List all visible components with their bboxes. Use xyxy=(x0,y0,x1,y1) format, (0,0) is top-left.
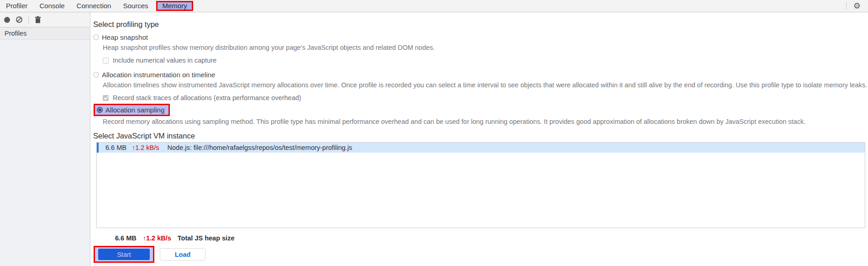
checkbox-icon-checked[interactable] xyxy=(103,95,109,101)
checkbox-label: Record stack traces of allocations (extr… xyxy=(113,95,301,101)
vm-allocation-rate: ↑1.2 kB/s xyxy=(132,144,159,151)
radio-label: Allocation sampling xyxy=(105,106,164,114)
tab-bar: Profiler Console Connection Sources Memo… xyxy=(0,0,868,12)
total-heap-row: 6.6 MB ↑1.2 kB/s Total JS heap size xyxy=(115,234,868,242)
total-allocation-rate: ↑1.2 kB/s xyxy=(143,234,171,242)
vm-instance-list: 6.6 MB ↑1.2 kB/s Node.js: file:///home/r… xyxy=(96,142,865,228)
radio-icon-allocation-sampling-selected[interactable] xyxy=(97,107,103,113)
tab-memory[interactable]: Memory xyxy=(156,1,193,11)
start-button[interactable]: Start xyxy=(98,249,150,260)
tabbar-right-controls: ⚙ xyxy=(846,2,868,10)
memory-panel: Select profiling type Heap snapshot Heap… xyxy=(90,12,868,266)
tab-connection[interactable]: Connection xyxy=(71,0,117,12)
action-buttons: Start Load xyxy=(94,246,868,263)
profiling-type-title: Select profiling type xyxy=(93,20,868,29)
vm-instance-row[interactable]: 6.6 MB ↑1.2 kB/s Node.js: file:///home/r… xyxy=(97,143,865,153)
checkbox-icon-unchecked[interactable] xyxy=(103,58,109,64)
radio-icon-heap-snapshot[interactable] xyxy=(93,34,99,40)
start-button-highlight: Start xyxy=(94,246,154,263)
radio-option-allocation-timeline[interactable]: Allocation instrumentation on timeline xyxy=(93,71,868,79)
radio-option-heap-snapshot[interactable]: Heap snapshot xyxy=(93,33,868,41)
checkbox-record-stack-traces[interactable]: Record stack traces of allocations (extr… xyxy=(103,95,868,101)
trash-icon[interactable] xyxy=(35,16,41,23)
record-icon[interactable] xyxy=(4,17,10,23)
profiler-toolbar xyxy=(0,12,90,27)
radio-label: Allocation instrumentation on timeline xyxy=(102,71,215,79)
tabbar-divider xyxy=(846,2,847,10)
gear-icon[interactable]: ⚙ xyxy=(853,2,861,10)
checkbox-include-numerical-values[interactable]: Include numerical values in capture xyxy=(103,57,868,64)
radio-label: Heap snapshot xyxy=(102,33,148,41)
load-button[interactable]: Load xyxy=(160,248,205,261)
radio-icon-allocation-timeline[interactable] xyxy=(93,72,99,78)
checkbox-label: Include numerical values in capture xyxy=(113,57,216,64)
total-heap-size: 6.6 MB xyxy=(115,234,137,242)
profiles-sidebar: Profiles xyxy=(0,27,90,266)
allocation-timeline-description: Allocation timelines show instrumented J… xyxy=(103,81,868,89)
total-heap-label: Total JS heap size xyxy=(178,234,235,242)
tab-sources[interactable]: Sources xyxy=(117,0,154,12)
vm-instance-title: Select JavaScript VM instance xyxy=(93,131,868,140)
vm-instance-name: Node.js: file:///home/rafaelgss/repos/os… xyxy=(168,144,352,151)
tab-profiler[interactable]: Profiler xyxy=(0,0,34,12)
toolbar-divider xyxy=(28,16,29,23)
vm-heap-size: 6.6 MB xyxy=(105,144,126,151)
profiles-header: Profiles xyxy=(0,27,90,40)
radio-option-allocation-sampling[interactable]: Allocation sampling xyxy=(94,104,170,116)
allocation-sampling-description: Record memory allocations using sampling… xyxy=(103,118,868,126)
clear-icon[interactable] xyxy=(16,16,22,23)
heap-snapshot-description: Heap snapshot profiles show memory distr… xyxy=(103,44,868,52)
tab-console[interactable]: Console xyxy=(34,0,71,12)
